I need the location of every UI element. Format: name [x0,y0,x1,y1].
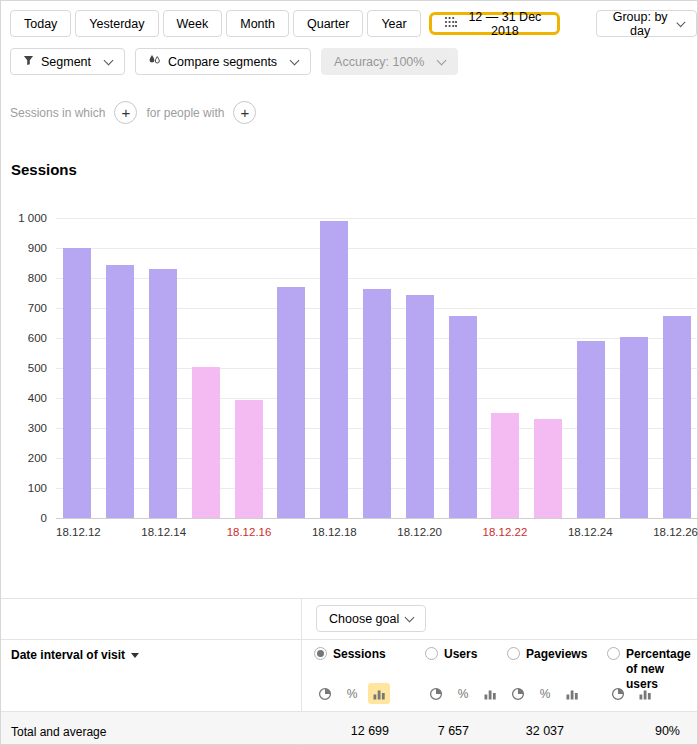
add-session-filter-button[interactable]: + [114,101,137,124]
chart-bar-18.12.21[interactable] [449,316,477,519]
table-header-divider [1,639,697,640]
x-slot [186,526,227,538]
segment-button[interactable]: Segment [10,48,125,75]
display-mode-icons-pageviews: % [507,683,583,704]
chart-bar-18.12.23[interactable] [534,419,562,518]
x-slot: 18.12.12 [56,526,101,538]
y-axis-tick: 800 [1,272,47,284]
y-axis-tick: 0 [1,512,47,524]
x-slot: 18.12.14 [141,526,186,538]
x-slot: 18.12.24 [568,526,613,538]
x-slot: 18.12.26 [653,526,698,538]
bar-slot [99,218,142,518]
chevron-down-icon [677,17,686,26]
column-label: Users [444,647,477,661]
chart-bar-18.12.20[interactable] [406,295,434,519]
x-slot [357,526,398,538]
period-button-quarter[interactable]: Quarter [293,10,363,37]
x-axis-label: 18.12.16 [227,526,272,538]
segment-label: Segment [41,55,91,69]
x-axis-label: 18.12.24 [568,526,613,538]
pie-chart-icon-button[interactable] [425,683,447,704]
chevron-down-icon [290,55,300,65]
bars-chart-icon-button[interactable] [368,683,390,704]
period-button-today[interactable]: Today [10,10,71,37]
percent-chart-icon-button[interactable]: % [341,683,363,704]
x-slot [442,526,483,538]
choose-goal-dropdown[interactable]: Choose goal [316,605,426,632]
date-range-picker[interactable]: 12 — 31 Dec 2018 [429,12,560,35]
chart-bar-18.12.16[interactable] [235,400,263,519]
pie-chart-icon-button[interactable] [314,683,336,704]
chart-bar-18.12.22[interactable] [491,413,519,518]
column-header-users: Users [425,647,477,661]
percent-chart-icon-button[interactable]: % [534,683,556,704]
chart-bar-18.12.15[interactable] [192,367,220,519]
chart-bar-18.12.26[interactable] [663,316,691,519]
bars-chart-icon-button[interactable] [634,683,656,704]
chart-bar-18.12.17[interactable] [277,287,305,518]
column-header-pageviews: Pageviews [507,647,587,661]
x-slot [527,526,568,538]
chart-bars [56,218,698,518]
y-axis-tick: 700 [1,302,47,314]
compare-segments-button[interactable]: Compare segments [135,48,311,75]
for-people-with-label: for people with [146,106,224,120]
bars-chart-icon-button[interactable] [479,683,501,704]
accuracy-label: Accuracy: 100% [334,55,424,69]
metric-radio-sessions[interactable] [314,647,327,660]
metric-radio-users[interactable] [425,647,438,660]
bar-slot [655,218,698,518]
chart-bar-18.12.14[interactable] [149,269,177,518]
chart-bar-18.12.13[interactable] [106,265,134,519]
x-slot: 18.12.16 [227,526,272,538]
period-button-yesterday[interactable]: Yesterday [75,10,158,37]
metric-radio-percentage-new-users[interactable] [607,647,620,660]
bar-slot [484,218,527,518]
chevron-down-icon [405,612,415,622]
sessions-in-which-label: Sessions in which [10,106,105,120]
sessions-bar-chart: 1 0009008007006005004003002001000 18.12.… [1,206,698,558]
y-axis-tick: 400 [1,392,47,404]
section-title: Sessions [11,161,77,178]
chart-bar-18.12.18[interactable] [320,221,348,518]
display-mode-icons-percentage [607,683,656,704]
row-dimension-label: Date interval of visit [11,648,125,662]
group-by-dropdown[interactable]: Group: by day [596,10,697,37]
compare-segments-label: Compare segments [168,55,277,69]
calendar-grid-icon [444,16,457,31]
period-button-month[interactable]: Month [226,10,289,37]
row-dimension-dropdown[interactable]: Date interval of visit [11,648,139,662]
chart-bar-18.12.12[interactable] [63,248,91,518]
total-pageviews-value: 32 037 [526,724,564,738]
group-by-label: Group: by day [609,10,671,38]
bar-slot [441,218,484,518]
chart-bar-18.12.25[interactable] [620,337,648,519]
display-mode-icons-users: % [425,683,501,704]
x-slot: 18.12.18 [312,526,357,538]
bars-chart-icon-button[interactable] [561,683,583,704]
x-axis-label: 18.12.26 [653,526,698,538]
accuracy-dropdown[interactable]: Accuracy: 100% [321,48,458,75]
add-user-filter-button[interactable]: + [233,101,256,124]
x-axis-label: 18.12.22 [483,526,528,538]
filter-funnel-icon [23,55,34,69]
y-axis-tick: 1 000 [1,212,47,224]
chart-bar-18.12.19[interactable] [363,289,391,519]
percent-chart-icon-button[interactable]: % [452,683,474,704]
period-toolbar: TodayYesterdayWeekMonthQuarterYear 12 — … [10,10,697,37]
filter-builder-row: Sessions in which + for people with + [10,101,256,124]
metric-radio-pageviews[interactable] [507,647,520,660]
display-mode-icons-sessions: % [314,683,390,704]
y-axis-tick: 200 [1,452,47,464]
pie-chart-icon-button[interactable] [607,683,629,704]
period-button-week[interactable]: Week [163,10,223,37]
chart-bar-18.12.24[interactable] [577,341,605,518]
pie-chart-icon-button[interactable] [507,683,529,704]
x-axis-label: 18.12.20 [397,526,442,538]
table-top-divider [1,598,697,599]
bar-slot [227,218,270,518]
bar-slot [184,218,227,518]
column-header-sessions: Sessions [314,647,386,661]
period-button-year[interactable]: Year [367,10,420,37]
